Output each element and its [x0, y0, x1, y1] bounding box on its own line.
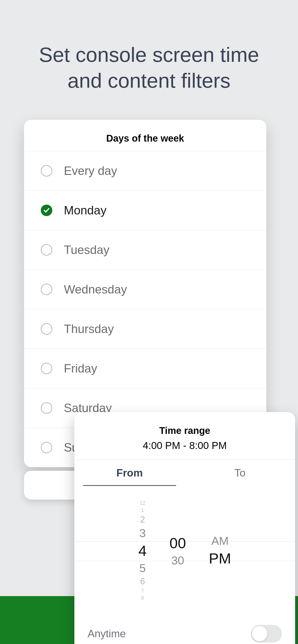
hour-wheel[interactable]: 12 1 2 3 4 5 6 7 8 — [138, 486, 146, 615]
anytime-toggle[interactable] — [251, 625, 282, 642]
anytime-row: Anytime — [74, 615, 295, 644]
tab-from[interactable]: From — [83, 460, 176, 486]
page-title: Set console screen time and content filt… — [0, 42, 298, 94]
picker-hour-option: 3 — [139, 526, 146, 541]
day-label: Tuesday — [64, 243, 109, 257]
picker-minute-option: 30 — [171, 553, 184, 568]
radio-checked-icon — [41, 204, 52, 216]
time-range-display: 4:00 PM - 8:00 PM — [74, 440, 295, 460]
minute-wheel[interactable]: 00 30 — [169, 486, 186, 615]
radio-unchecked-icon — [41, 442, 52, 453]
radio-unchecked-icon — [41, 244, 52, 256]
picker-hour-option: 7 — [141, 587, 144, 594]
radio-unchecked-icon — [41, 323, 52, 335]
anytime-label: Anytime — [88, 628, 126, 640]
time-tabs: From To — [74, 460, 295, 486]
days-card-title: Days of the week — [24, 120, 266, 151]
picker-hour-option: 5 — [139, 560, 146, 576]
time-card-title: Time range — [74, 425, 295, 436]
day-label: Every day — [64, 164, 117, 178]
period-wheel[interactable]: AM PM — [209, 486, 231, 615]
day-row-tuesday[interactable]: Tuesday — [24, 230, 266, 270]
picker-hour-selected: 4 — [138, 541, 146, 560]
day-row-friday[interactable]: Friday — [24, 348, 266, 388]
picker-minute-selected: 00 — [169, 533, 186, 553]
time-picker[interactable]: 12 1 2 3 4 5 6 7 8 00 30 AM PM — [74, 486, 295, 615]
day-label: Thursday — [64, 322, 114, 336]
radio-unchecked-icon — [41, 284, 52, 295]
day-row-everyday[interactable]: Every day — [24, 151, 266, 190]
radio-unchecked-icon — [41, 363, 52, 374]
day-label: Friday — [64, 362, 97, 376]
toggle-knob — [252, 626, 267, 641]
day-label: Monday — [64, 204, 106, 217]
radio-unchecked-icon — [41, 165, 52, 176]
radio-unchecked-icon — [41, 402, 52, 414]
day-row-monday[interactable]: Monday — [24, 190, 266, 230]
tab-to[interactable]: To — [193, 460, 286, 486]
picker-period-option: AM — [211, 533, 229, 548]
picker-period-selected: PM — [209, 548, 231, 568]
picker-hour-option: 2 — [140, 514, 145, 526]
picker-hour-option: 6 — [140, 576, 145, 587]
picker-hour-option: 8 — [141, 594, 144, 602]
picker-hour-option: 12 — [140, 500, 145, 507]
day-label: Wednesday — [64, 282, 127, 296]
picker-hour-option: 1 — [141, 507, 144, 514]
day-row-wednesday[interactable]: Wednesday — [24, 270, 266, 309]
time-range-card: Time range 4:00 PM - 8:00 PM From To 12 … — [74, 412, 295, 644]
day-row-thursday[interactable]: Thursday — [24, 309, 266, 348]
